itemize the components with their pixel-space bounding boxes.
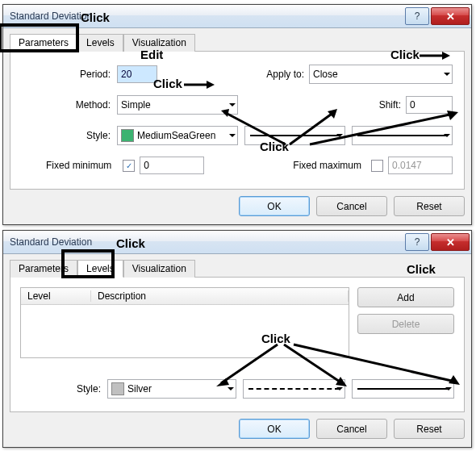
add-button[interactable]: Add [357,287,454,307]
shift-input[interactable] [406,96,453,114]
reset-button[interactable]: Reset [394,419,465,439]
method-label: Method: [22,99,117,111]
help-button[interactable]: ? [405,7,429,25]
period-input[interactable] [117,65,157,83]
dialog-title: Standard Deviation [10,10,92,22]
tab-parameters[interactable]: Parameters [10,260,77,278]
tab-levels[interactable]: Levels [77,260,123,278]
dialog-levels: Standard Deviation ? ✕ Parameters Levels… [2,230,472,448]
titlebar: Standard Deviation ? ✕ [3,231,471,254]
linestyle-select[interactable] [243,379,345,399]
fixedmin-label: Fixed minimum [22,160,118,171]
ok-button[interactable]: OK [239,419,310,439]
fixedmax-label: Fixed maximum [293,160,366,171]
tab-visualization[interactable]: Visualization [123,260,195,278]
applyto-select[interactable]: Close [309,65,453,84]
chevron-down-icon [229,134,236,137]
chevron-down-icon [445,387,452,390]
style-label: Style: [20,383,107,395]
linewidth-select[interactable] [352,126,453,145]
chevron-down-icon [444,134,450,137]
applyto-label: Apply to: [248,69,309,80]
tab-parameters[interactable]: Parameters [10,34,77,52]
chevron-down-icon [229,103,236,106]
close-button[interactable]: ✕ [431,7,470,25]
chevron-down-icon [336,134,343,137]
cancel-button[interactable]: Cancel [316,419,387,439]
parameters-panel: Period: Apply to: Close Method: Simple S… [10,51,465,190]
tab-visualization[interactable]: Visualization [123,34,195,52]
titlebar: Standard Deviation ? ✕ [3,5,471,28]
dialog-title: Standard Deviation [10,236,92,248]
chevron-down-icon [336,387,343,390]
close-button[interactable]: ✕ [431,233,470,251]
col-desc: Description [91,290,349,302]
levels-panel: Level Description Add Delete Style: Silv… [10,277,465,412]
period-label: Period: [22,69,117,80]
tab-levels[interactable]: Levels [77,34,123,52]
linestyle-select[interactable] [244,126,345,145]
shift-label: Shift: [344,99,406,111]
tab-bar: Parameters Levels Visualization [10,260,465,278]
fixedmax-input [388,157,453,174]
fixedmin-checkbox[interactable]: ✓ [123,160,135,172]
reset-button[interactable]: Reset [394,196,465,216]
color-swatch [111,382,124,395]
col-level: Level [21,290,91,302]
delete-button[interactable]: Delete [357,314,454,334]
help-button[interactable]: ? [405,233,429,251]
fixedmax-checkbox[interactable] [371,160,383,172]
dialog-parameters: Standard Deviation ? ✕ Parameters Levels… [2,4,472,225]
color-select[interactable]: MediumSeaGreen [117,126,238,145]
color-swatch [121,129,134,142]
color-select[interactable]: Silver [107,379,236,399]
chevron-down-icon [228,387,234,390]
style-label: Style: [22,130,117,141]
tab-bar: Parameters Levels Visualization [10,34,465,52]
levels-list[interactable]: Level Description [20,287,349,358]
fixedmin-input[interactable] [140,157,204,174]
chevron-down-icon [444,73,450,76]
linewidth-select[interactable] [352,379,454,399]
method-select[interactable]: Simple [117,95,238,115]
ok-button[interactable]: OK [239,196,310,216]
cancel-button[interactable]: Cancel [316,196,387,216]
